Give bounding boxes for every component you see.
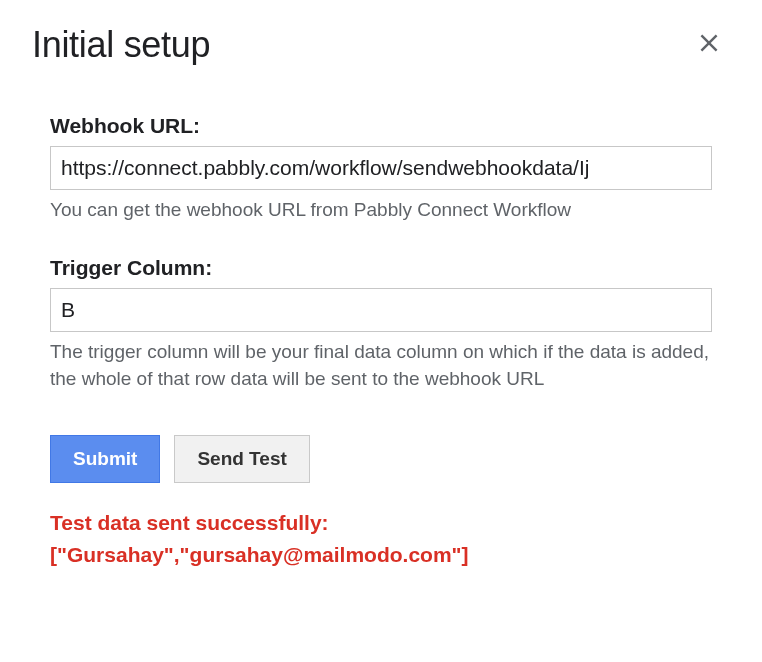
close-button[interactable] — [688, 26, 730, 65]
dialog-header: Initial setup — [32, 24, 730, 66]
trigger-column-input[interactable] — [50, 288, 712, 332]
dialog-title: Initial setup — [32, 24, 210, 66]
status-message: Test data sent successfully: ["Gursahay"… — [50, 507, 712, 572]
trigger-column-label: Trigger Column: — [50, 256, 712, 280]
form-body: Webhook URL: You can get the webhook URL… — [32, 114, 730, 572]
close-icon — [696, 30, 722, 56]
webhook-url-label: Webhook URL: — [50, 114, 712, 138]
send-test-button[interactable]: Send Test — [174, 435, 309, 483]
status-line-2: ["Gursahay","gursahay@mailmodo.com"] — [50, 539, 712, 572]
trigger-column-help: The trigger column will be your final da… — [50, 338, 712, 393]
status-line-1: Test data sent successfully: — [50, 507, 712, 540]
trigger-column-group: Trigger Column: The trigger column will … — [50, 256, 712, 393]
submit-button[interactable]: Submit — [50, 435, 160, 483]
webhook-url-group: Webhook URL: You can get the webhook URL… — [50, 114, 712, 224]
webhook-url-input[interactable] — [50, 146, 712, 190]
button-row: Submit Send Test — [50, 435, 712, 483]
webhook-url-help: You can get the webhook URL from Pabbly … — [50, 196, 712, 224]
